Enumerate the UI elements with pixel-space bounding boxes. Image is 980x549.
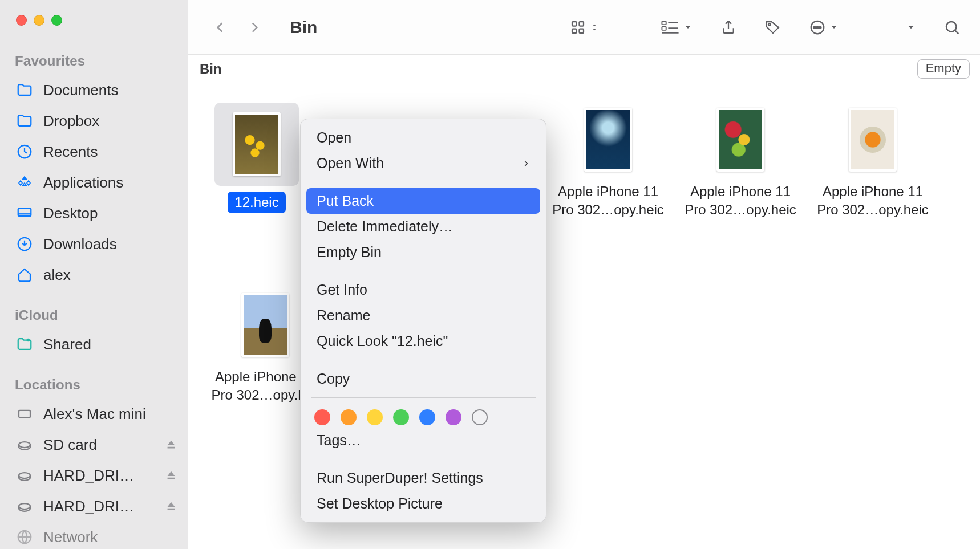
sidebar-item-downloads[interactable]: Downloads — [0, 229, 188, 259]
sidebar-item-drive[interactable]: HARD_DRI… — [0, 491, 188, 522]
toolbar: Bin — [188, 0, 980, 55]
menu-item-label: Tags… — [317, 432, 361, 449]
sidebar-item-recents[interactable]: Recents — [0, 136, 188, 167]
menu-separator — [311, 397, 536, 398]
sidebar-item-desktop[interactable]: Desktop — [0, 198, 188, 229]
group-button[interactable] — [653, 15, 700, 40]
desktop-icon — [15, 204, 34, 223]
file-thumbnail — [237, 288, 294, 362]
svg-rect-9 — [580, 29, 584, 33]
sidebar-item-dropbox[interactable]: Dropbox — [0, 105, 188, 136]
sidebar-item-label: HARD_DRI… — [43, 467, 134, 485]
tag-yellow[interactable] — [367, 409, 383, 425]
computer-icon — [15, 404, 34, 424]
file-item[interactable]: Apple iPhone 11 Pro 302…opy.heic — [674, 103, 807, 219]
path-location: Bin — [200, 61, 222, 77]
sidebar-item-machine[interactable]: Alex's Mac mini — [0, 398, 188, 429]
file-item[interactable]: Apple iPhone 11 Pro 302…opy.heic — [542, 103, 674, 219]
svg-rect-1 — [18, 208, 31, 216]
sidebar-item-label: Alex's Mac mini — [43, 405, 146, 423]
applications-icon — [15, 173, 34, 192]
shared-folder-icon — [15, 335, 34, 354]
sidebar-item-label: SD card — [43, 436, 97, 454]
file-name-label: Apple iPhone 11 Pro 302…opy.heic — [813, 182, 933, 219]
menu-item-delete-immediately[interactable]: Delete Immediately… — [301, 214, 546, 239]
menu-item-run-superduper[interactable]: Run SuperDuper! Settings — [301, 465, 546, 491]
menu-item-label: Open — [317, 129, 351, 146]
eject-icon[interactable] — [165, 438, 177, 451]
sidebar-item-label: Network — [43, 528, 98, 546]
menu-item-copy[interactable]: Copy — [301, 366, 546, 392]
menu-item-set-desktop-picture[interactable]: Set Desktop Picture — [301, 491, 546, 517]
svg-point-15 — [817, 26, 819, 28]
menu-item-label: Quick Look "12.heic" — [317, 333, 448, 349]
file-thumbnail — [580, 103, 637, 177]
menu-item-open-with[interactable]: Open With — [301, 151, 546, 176]
tag-orange[interactable] — [341, 409, 357, 425]
eject-icon[interactable] — [165, 469, 177, 482]
sidebar-item-label: Dropbox — [43, 112, 99, 130]
disk-icon — [15, 435, 34, 454]
sidebar-section-favourites: Favourites — [0, 26, 188, 75]
file-item[interactable]: 12.heic — [205, 103, 308, 219]
svg-point-14 — [814, 26, 816, 28]
tag-none[interactable] — [472, 409, 488, 425]
back-button[interactable] — [209, 16, 232, 39]
sidebar-item-home[interactable]: alex — [0, 259, 188, 290]
disk-icon — [15, 466, 34, 485]
sidebar: Favourites Documents Dropbox Recents App… — [0, 0, 188, 549]
sidebar-item-applications[interactable]: Applications — [0, 167, 188, 198]
zoom-window-button[interactable] — [51, 15, 62, 26]
tag-purple[interactable] — [446, 409, 461, 425]
close-window-button[interactable] — [16, 15, 27, 26]
file-thumbnail — [712, 103, 769, 177]
tags-button[interactable] — [756, 15, 789, 40]
tag-blue[interactable] — [419, 409, 435, 425]
sidebar-item-label: Desktop — [43, 205, 98, 222]
menu-item-put-back[interactable]: Put Back — [306, 188, 540, 214]
sidebar-item-shared[interactable]: Shared — [0, 329, 188, 360]
sidebar-item-label: Recents — [43, 143, 98, 161]
menu-item-label: Get Info — [317, 282, 367, 298]
view-mode-button[interactable] — [561, 15, 607, 40]
search-button[interactable] — [936, 15, 969, 40]
context-menu: Open Open With Put Back Delete Immediate… — [300, 119, 546, 523]
folder-icon — [15, 80, 34, 100]
svg-rect-6 — [572, 22, 577, 26]
menu-item-open[interactable]: Open — [301, 125, 546, 151]
sidebar-item-documents[interactable]: Documents — [0, 75, 188, 105]
share-button[interactable] — [712, 15, 745, 40]
menu-separator — [311, 182, 536, 182]
file-thumbnail — [844, 103, 901, 177]
file-item[interactable]: Apple iPhone 11 Pro 302…opy.heic — [807, 103, 939, 219]
path-bar: Bin Empty — [188, 55, 980, 83]
sidebar-item-network[interactable]: Network — [0, 522, 188, 549]
window-controls — [0, 0, 188, 26]
empty-bin-button[interactable]: Empty — [917, 59, 970, 79]
dropdown-button[interactable] — [898, 15, 924, 40]
menu-separator — [311, 459, 536, 459]
file-name-label: Apple iPhone 11 Pro 302…opy.heic — [681, 182, 800, 219]
tag-colour-row — [301, 404, 546, 428]
menu-item-quick-look[interactable]: Quick Look "12.heic" — [301, 328, 546, 354]
chevron-right-icon — [522, 158, 530, 169]
sidebar-item-label: Documents — [43, 82, 119, 99]
svg-point-17 — [946, 22, 957, 32]
tag-red[interactable] — [314, 409, 330, 425]
menu-separator — [311, 360, 536, 360]
sidebar-item-sdcard[interactable]: SD card — [0, 429, 188, 460]
tag-green[interactable] — [393, 409, 409, 425]
sidebar-item-drive[interactable]: HARD_DRI… — [0, 460, 188, 491]
eject-icon[interactable] — [165, 500, 177, 513]
more-actions-button[interactable] — [801, 15, 847, 40]
sidebar-item-label: Applications — [43, 174, 123, 192]
forward-button[interactable] — [243, 16, 266, 39]
menu-item-empty-bin[interactable]: Empty Bin — [301, 239, 546, 265]
svg-point-16 — [820, 26, 821, 28]
menu-item-get-info[interactable]: Get Info — [301, 277, 546, 303]
svg-point-12 — [768, 23, 771, 26]
home-icon — [15, 265, 34, 284]
menu-item-rename[interactable]: Rename — [301, 303, 546, 328]
menu-item-tags[interactable]: Tags… — [301, 428, 546, 453]
minimise-window-button[interactable] — [34, 15, 44, 26]
